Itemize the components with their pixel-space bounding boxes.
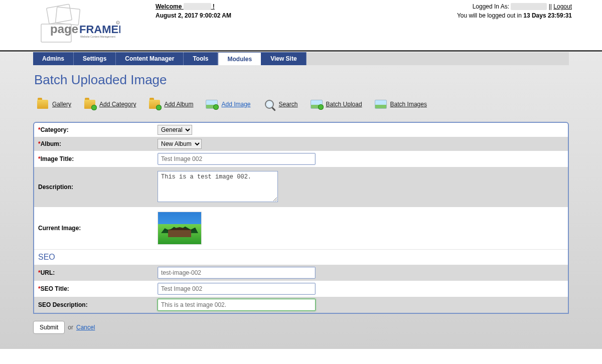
folder-plus-icon [148,98,161,111]
description-label: Description: [38,184,73,191]
form: *Category: General *Album: New Album [33,122,569,314]
svg-text:page: page [50,22,78,36]
row-seo-title: *SEO Title: [34,281,568,297]
tab-tools[interactable]: Tools [184,52,218,65]
timeout-prefix: You will be logged out in [457,12,523,19]
image-icon [374,98,387,111]
welcome-line: Welcome xxxx ! [156,3,231,10]
row-current-image: Current Image: [34,207,568,249]
search-icon [263,98,276,111]
tool-search[interactable]: Search [263,98,298,111]
tool-batch-images[interactable]: Batch Images [374,98,427,111]
tab-content-manager[interactable]: Content Manager [116,52,184,65]
nav-tabs: Admins Settings Content Manager Tools Mo… [33,52,569,65]
seo-description-input[interactable] [158,299,316,311]
row-image-title: *Image Title: [34,151,568,167]
row-seo-description: SEO Description: [34,297,568,313]
tool-add-image[interactable]: Add Image [205,98,250,111]
current-image-label: Current Image: [38,225,81,232]
tool-add-category[interactable]: Add Category [83,98,136,111]
row-description: Description: [34,167,568,207]
folder-icon [36,98,49,111]
tab-settings[interactable]: Settings [74,52,116,65]
url-label: URL: [41,269,55,276]
timeout-value: 13 Days 23:59:31 [523,12,572,19]
submit-button[interactable]: Submit [33,321,65,334]
tool-add-album-label: Add Album [164,101,193,108]
welcome-prefix: Welcome [156,3,184,10]
seo-desc-label: SEO Description: [38,301,88,308]
header-bar: page FRAMER Website Content Management R… [0,0,602,50]
svg-text:Website Content Management: Website Content Management [80,35,116,38]
album-select[interactable]: New Album [158,139,202,149]
svg-text:FRAMER: FRAMER [79,23,120,36]
tab-admins[interactable]: Admins [33,52,74,65]
image-plus-icon [205,98,218,111]
page-title: Batch Uploaded Image [33,65,569,97]
seo-title-input[interactable] [158,283,316,295]
image-plus-icon [310,98,323,111]
welcome-user-redacted: xxxx [184,3,211,10]
folder-plus-icon [83,98,96,111]
logo: page FRAMER Website Content Management R [30,3,120,46]
welcome-suffix: ! [211,3,215,10]
logout-link[interactable]: Logout [553,3,572,10]
current-image-thumbnail[interactable] [158,212,202,245]
tool-batch-images-label: Batch Images [390,101,427,108]
login-line: Logged In As: xxxxxx || Logout [457,3,572,10]
login-block: Logged In As: xxxxxx || Logout You will … [457,3,572,19]
tool-add-album[interactable]: Add Album [148,98,193,111]
logout-sep: || [547,3,553,10]
form-actions: Submit or Cancel [33,321,569,334]
tab-view-site[interactable]: View Site [261,52,306,65]
category-label: Category: [41,126,69,133]
row-url: *URL: [34,265,568,281]
url-input[interactable] [158,267,316,279]
timeout-line: You will be logged out in 13 Days 23:59:… [457,12,572,19]
tool-batch-upload[interactable]: Batch Upload [310,98,362,111]
logged-in-user-redacted: xxxxxx [511,3,547,10]
date-line: August 2, 2017 9:00:02 AM [156,12,231,19]
tool-add-category-label: Add Category [99,101,136,108]
row-category: *Category: General [34,123,568,137]
cancel-link[interactable]: Cancel [76,324,95,331]
tab-modules[interactable]: Modules [218,52,261,65]
seo-title-label: SEO Title: [41,285,69,292]
tool-batch-upload-label: Batch Upload [326,101,362,108]
seo-heading: SEO [34,249,568,265]
welcome-block: Welcome xxxx ! August 2, 2017 9:00:02 AM [156,3,231,19]
or-text: or [68,324,73,331]
category-select[interactable]: General [158,125,192,135]
svg-text:R: R [117,22,118,24]
tool-search-label: Search [279,101,298,108]
description-textarea[interactable] [158,171,278,202]
tool-gallery-label: Gallery [52,101,71,108]
row-album: *Album: New Album [34,137,568,151]
toolbar: Gallery Add Category Add Album Add Image… [33,97,569,122]
image-title-input[interactable] [158,153,316,165]
tool-gallery[interactable]: Gallery [36,98,71,111]
tool-add-image-label: Add Image [221,101,250,108]
album-label: Album: [41,140,61,147]
image-title-label: Image Title: [41,155,74,162]
logged-in-prefix: Logged In As: [473,3,511,10]
